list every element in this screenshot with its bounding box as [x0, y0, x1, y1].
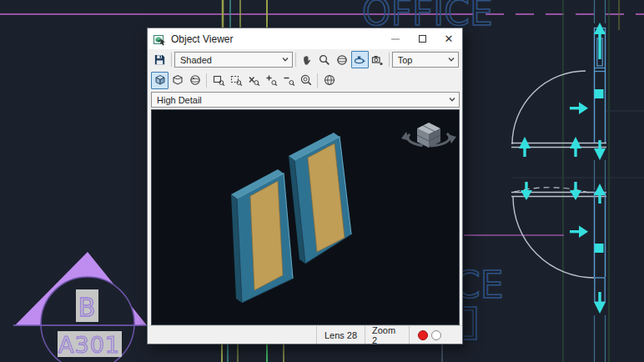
- swivel-button[interactable]: [351, 51, 369, 68]
- zoom-scale-icon: [247, 73, 260, 87]
- sphere-shade-icon: [189, 73, 202, 87]
- shade-box-button[interactable]: [151, 72, 169, 89]
- chevron-down-icon: [449, 98, 455, 102]
- window-title: Object Viewer: [171, 33, 382, 45]
- zoom-scale-button[interactable]: [244, 72, 262, 89]
- object-viewer-dialog: Object Viewer ✕ Shaded: [147, 28, 463, 344]
- section-letter: B: [78, 293, 96, 322]
- box-shade-icon: [153, 73, 167, 87]
- dialog-status-bar: Lens 28 Zoom 2: [148, 325, 462, 344]
- separator: [295, 53, 296, 67]
- chevron-down-icon: [448, 58, 455, 62]
- section-sheet: A301: [58, 332, 120, 358]
- object-viewer-icon: [153, 33, 166, 46]
- zoom-status: Zoom 2: [365, 326, 409, 344]
- viewport-3d[interactable]: [151, 109, 460, 325]
- zoom-magnifier-icon: [318, 53, 331, 67]
- zoom-extents-icon: [299, 73, 313, 87]
- view-direction-select[interactable]: Top: [392, 52, 459, 68]
- separator: [317, 73, 318, 88]
- pan-button[interactable]: [299, 51, 316, 68]
- orbit-button[interactable]: [334, 51, 351, 68]
- close-icon: ✕: [445, 33, 454, 44]
- cad-application-canvas: OFFICE CE: [0, 0, 644, 362]
- zoom-in-icon: [264, 73, 278, 87]
- zoom-dynamic-icon: [229, 73, 243, 87]
- red-indicator[interactable]: [418, 330, 428, 340]
- resize-grip[interactable]: [449, 326, 462, 344]
- zoom-out-button[interactable]: [279, 72, 297, 89]
- zoom-window-button[interactable]: [209, 72, 227, 89]
- detail-level-select[interactable]: High Detail: [151, 92, 460, 108]
- separator: [171, 53, 172, 67]
- save-button[interactable]: [151, 51, 169, 68]
- status-spacer: [148, 326, 316, 344]
- pan-hand-icon: [300, 53, 314, 67]
- shade-smooth-button[interactable]: [169, 72, 186, 89]
- separator: [206, 73, 207, 88]
- zoom-in-button[interactable]: [262, 72, 279, 89]
- title-bar[interactable]: Object Viewer ✕: [148, 28, 462, 49]
- shade-mode-value: Shaded: [180, 55, 282, 65]
- maximize-icon: [419, 35, 426, 43]
- adjust-camera-button[interactable]: [369, 51, 386, 68]
- toolbar-display: [148, 70, 462, 90]
- minimize-icon: [391, 38, 400, 40]
- orbit-icon: [335, 53, 349, 67]
- set-view-button[interactable]: [320, 72, 338, 89]
- globe-icon: [323, 73, 336, 87]
- shade-sphere-button[interactable]: [186, 72, 204, 89]
- zoom-dynamic-button[interactable]: [227, 72, 244, 89]
- lens-status: Lens 28: [316, 326, 365, 344]
- background-color-toggles: [409, 326, 449, 344]
- shade-mode-select[interactable]: Shaded: [174, 52, 293, 68]
- viewport-canvas: [152, 110, 459, 324]
- zoom-window-icon: [212, 73, 225, 87]
- white-indicator[interactable]: [431, 330, 441, 340]
- separator: [389, 53, 390, 67]
- close-button[interactable]: ✕: [435, 28, 462, 49]
- zoom-button[interactable]: [316, 51, 334, 68]
- smooth-shade-icon: [171, 73, 184, 87]
- swivel-camera-icon: [353, 53, 366, 67]
- camera-icon: [370, 53, 384, 67]
- chevron-down-icon: [282, 58, 289, 62]
- save-icon: [153, 53, 166, 66]
- minimize-button[interactable]: [382, 28, 409, 49]
- zoom-extents-button[interactable]: [297, 72, 314, 89]
- toolbar-main: Shaded: [148, 49, 462, 70]
- maximize-button[interactable]: [409, 28, 435, 49]
- detail-level-value: High Detail: [157, 95, 449, 105]
- zoom-out-icon: [282, 73, 295, 87]
- view-direction-value: Top: [398, 55, 448, 65]
- detail-level-row: High Detail: [148, 90, 462, 109]
